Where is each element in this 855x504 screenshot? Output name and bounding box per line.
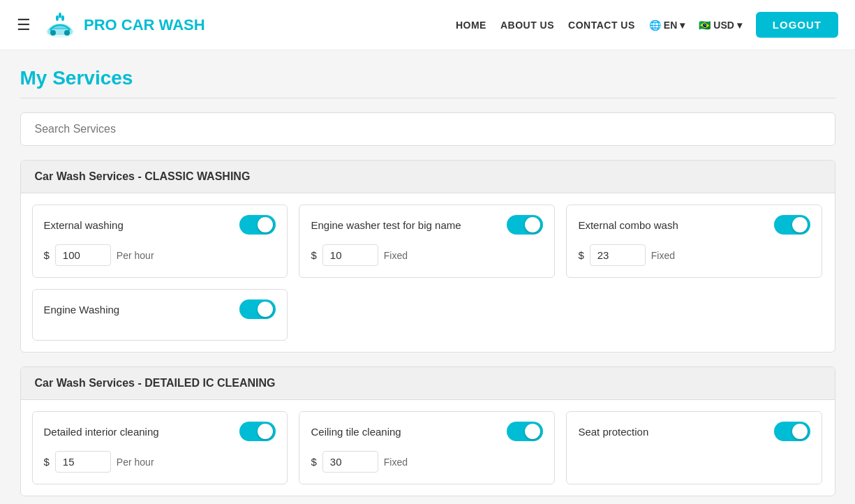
service-name: External combo wash bbox=[578, 219, 678, 231]
service-card-seat-prot: Seat protection bbox=[566, 411, 822, 484]
lang-chevron-icon: ▾ bbox=[680, 20, 685, 31]
logo: PRO CAR WASH bbox=[42, 7, 205, 43]
section-detailed: Car Wash Services - DETAILED IC CLEANING… bbox=[20, 366, 835, 496]
language-selector[interactable]: 🌐 EN ▾ bbox=[649, 20, 685, 31]
services-grid-detailed: Detailed interior cleaning $ Per hour bbox=[21, 400, 835, 496]
toggle-track bbox=[239, 422, 276, 441]
toggle-seat-prot[interactable] bbox=[774, 422, 810, 441]
service-top: Engine washer test for big name bbox=[311, 215, 543, 235]
price-input-ext-combo[interactable] bbox=[590, 244, 646, 266]
service-top: Ceiling tile cleaning bbox=[311, 422, 543, 441]
price-row: $ Fixed bbox=[311, 451, 543, 473]
flag-icon: 🇧🇷 bbox=[699, 20, 711, 31]
toggle-thumb bbox=[258, 424, 273, 439]
page-content: My Services Car Wash Services - CLASSIC … bbox=[9, 50, 847, 496]
price-row: $ Fixed bbox=[311, 244, 543, 266]
logo-icon bbox=[42, 7, 78, 43]
title-divider bbox=[20, 98, 835, 98]
service-name: Engine washer test for big name bbox=[311, 219, 461, 231]
service-card-ext-wash: External washing $ Per hour bbox=[32, 205, 288, 278]
nav-home[interactable]: HOME bbox=[456, 20, 486, 31]
logo-text-blue: PRO bbox=[84, 16, 117, 34]
services-grid-classic: External washing $ Per hour Engine was bbox=[21, 193, 835, 352]
toggle-eng-washing[interactable] bbox=[239, 299, 276, 319]
lang-label: EN bbox=[664, 20, 677, 31]
section-detailed-header: Car Wash Services - DETAILED IC CLEANING bbox=[21, 367, 835, 400]
service-top: Detailed interior cleaning bbox=[44, 422, 276, 441]
toggle-thumb bbox=[258, 217, 273, 232]
svg-point-4 bbox=[56, 15, 59, 21]
service-card-ceil-tile: Ceiling tile cleaning $ Fixed bbox=[299, 411, 555, 484]
service-top: Engine Washing bbox=[44, 299, 276, 319]
toggle-track bbox=[239, 215, 276, 235]
service-name: Detailed interior cleaning bbox=[44, 426, 159, 438]
menu-icon[interactable]: ☰ bbox=[17, 16, 31, 34]
toggle-eng-washer-test[interactable] bbox=[507, 215, 543, 235]
search-input[interactable] bbox=[20, 112, 835, 146]
currency-selector[interactable]: 🇧🇷 USD ▾ bbox=[699, 20, 742, 31]
logo-text-black: CAR WASH bbox=[117, 16, 205, 34]
logo-text: PRO CAR WASH bbox=[84, 16, 205, 34]
service-card-eng-washer-test: Engine washer test for big name $ Fixed bbox=[299, 205, 555, 278]
header-left: ☰ PRO CAR WASH bbox=[17, 7, 205, 43]
toggle-ceil-tile[interactable] bbox=[507, 422, 543, 441]
svg-point-3 bbox=[64, 30, 70, 36]
toggle-thumb bbox=[525, 424, 540, 439]
nav-contact[interactable]: CONTACT US bbox=[568, 20, 635, 31]
service-top: External combo wash bbox=[578, 215, 810, 235]
currency-sign: $ bbox=[44, 456, 50, 468]
currency-chevron-icon: ▾ bbox=[737, 20, 742, 31]
currency-sign: $ bbox=[44, 249, 50, 261]
toggle-ext-wash[interactable] bbox=[239, 215, 276, 235]
svg-point-6 bbox=[61, 15, 64, 21]
currency-label: USD bbox=[713, 20, 734, 31]
header-right: HOME ABOUT US CONTACT US 🌐 EN ▾ 🇧🇷 USD ▾… bbox=[456, 12, 838, 38]
service-name: Engine Washing bbox=[44, 304, 120, 316]
toggle-thumb bbox=[792, 424, 808, 439]
price-row: $ Fixed bbox=[578, 244, 810, 266]
price-type: Per hour bbox=[117, 457, 154, 468]
service-card-ext-combo: External combo wash $ Fixed bbox=[566, 205, 822, 278]
price-type: Per hour bbox=[117, 250, 154, 261]
service-name: External washing bbox=[44, 219, 124, 231]
price-input-ceil-tile[interactable] bbox=[322, 451, 378, 473]
svg-point-2 bbox=[50, 30, 56, 36]
svg-point-5 bbox=[59, 13, 61, 18]
price-type: Fixed bbox=[384, 250, 408, 261]
nav-about[interactable]: ABOUT US bbox=[500, 20, 554, 31]
price-input-det-int[interactable] bbox=[55, 451, 111, 473]
section-classic: Car Wash Services - CLASSIC WASHING Exte… bbox=[20, 160, 835, 353]
service-card-det-int: Detailed interior cleaning $ Per hour bbox=[32, 411, 288, 484]
globe-icon: 🌐 bbox=[649, 20, 661, 31]
toggle-thumb bbox=[258, 302, 273, 317]
service-top: Seat protection bbox=[578, 422, 810, 441]
page-title: My Services bbox=[20, 50, 835, 98]
currency-sign: $ bbox=[578, 249, 583, 261]
toggle-track bbox=[774, 215, 810, 235]
service-card-eng-washing: Engine Washing bbox=[32, 289, 288, 341]
service-name: Seat protection bbox=[578, 426, 648, 438]
price-input-ext-wash[interactable] bbox=[55, 244, 111, 266]
price-type: Fixed bbox=[651, 250, 675, 261]
price-row: $ Per hour bbox=[44, 244, 276, 266]
toggle-track bbox=[507, 215, 543, 235]
toggle-track bbox=[507, 422, 543, 441]
toggle-det-int[interactable] bbox=[239, 422, 276, 441]
toggle-ext-combo[interactable] bbox=[774, 215, 810, 235]
price-row: $ Per hour bbox=[44, 451, 276, 473]
price-input-eng-washer-test[interactable] bbox=[322, 244, 378, 266]
service-name: Ceiling tile cleaning bbox=[311, 426, 401, 438]
service-top: External washing bbox=[44, 215, 276, 235]
toggle-thumb bbox=[525, 217, 540, 232]
currency-sign: $ bbox=[311, 249, 316, 261]
toggle-track bbox=[239, 299, 276, 319]
price-type: Fixed bbox=[384, 457, 408, 468]
toggle-thumb bbox=[792, 217, 808, 232]
toggle-track bbox=[774, 422, 810, 441]
currency-sign: $ bbox=[311, 456, 316, 468]
section-classic-header: Car Wash Services - CLASSIC WASHING bbox=[21, 161, 835, 193]
logout-button[interactable]: LOGOUT bbox=[756, 12, 838, 38]
